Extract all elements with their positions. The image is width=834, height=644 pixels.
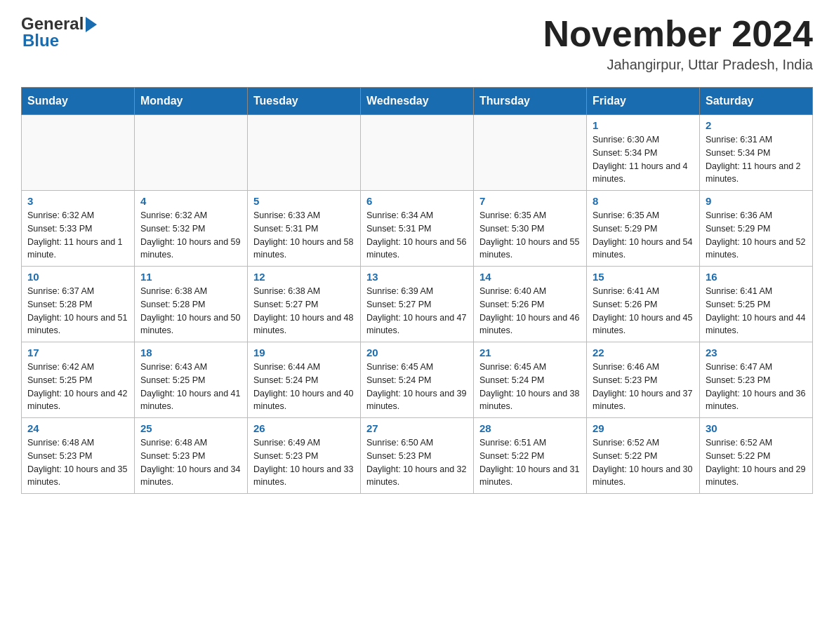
calendar-cell: 11Sunrise: 6:38 AMSunset: 5:28 PMDayligh… xyxy=(135,267,248,342)
page-header: General Blue November 2024 Jahangirpur, … xyxy=(21,14,813,73)
day-info: Sunrise: 6:52 AMSunset: 5:22 PMDaylight:… xyxy=(593,436,694,489)
calendar-cell: 7Sunrise: 6:35 AMSunset: 5:30 PMDaylight… xyxy=(474,191,587,267)
day-info: Sunrise: 6:41 AMSunset: 5:26 PMDaylight:… xyxy=(593,285,694,337)
day-number: 9 xyxy=(706,195,807,207)
day-info: Sunrise: 6:48 AMSunset: 5:23 PMDaylight:… xyxy=(27,436,128,489)
day-info: Sunrise: 6:44 AMSunset: 5:24 PMDaylight:… xyxy=(253,361,355,413)
day-number: 25 xyxy=(140,422,241,434)
calendar-cell: 17Sunrise: 6:42 AMSunset: 5:25 PMDayligh… xyxy=(22,342,135,418)
day-number: 1 xyxy=(593,119,694,131)
weekday-header-monday: Monday xyxy=(135,88,248,115)
day-number: 29 xyxy=(593,422,694,434)
day-number: 16 xyxy=(706,271,807,283)
calendar-cell: 25Sunrise: 6:48 AMSunset: 5:23 PMDayligh… xyxy=(135,418,248,494)
day-number: 13 xyxy=(366,271,468,283)
day-number: 3 xyxy=(27,195,128,207)
day-number: 17 xyxy=(27,347,128,358)
day-info: Sunrise: 6:32 AMSunset: 5:33 PMDaylight:… xyxy=(27,209,128,262)
weekday-header-saturday: Saturday xyxy=(700,88,813,115)
calendar-cell xyxy=(361,115,474,191)
logo-blue-text: Blue xyxy=(22,31,59,51)
calendar-cell: 5Sunrise: 6:33 AMSunset: 5:31 PMDaylight… xyxy=(248,191,361,267)
calendar-week-row: 17Sunrise: 6:42 AMSunset: 5:25 PMDayligh… xyxy=(22,342,813,418)
day-info: Sunrise: 6:33 AMSunset: 5:31 PMDaylight:… xyxy=(253,209,355,262)
day-info: Sunrise: 6:52 AMSunset: 5:22 PMDaylight:… xyxy=(706,436,807,489)
day-number: 19 xyxy=(253,347,355,358)
day-number: 21 xyxy=(479,347,581,358)
month-title: November 2024 xyxy=(543,14,813,54)
calendar-week-row: 10Sunrise: 6:37 AMSunset: 5:28 PMDayligh… xyxy=(22,267,813,342)
calendar-cell: 3Sunrise: 6:32 AMSunset: 5:33 PMDaylight… xyxy=(22,191,135,267)
day-info: Sunrise: 6:32 AMSunset: 5:32 PMDaylight:… xyxy=(140,209,241,262)
calendar-cell: 30Sunrise: 6:52 AMSunset: 5:22 PMDayligh… xyxy=(700,418,813,494)
logo: General Blue xyxy=(21,14,97,51)
day-info: Sunrise: 6:40 AMSunset: 5:26 PMDaylight:… xyxy=(479,285,581,337)
day-number: 7 xyxy=(479,195,581,207)
calendar-cell: 16Sunrise: 6:41 AMSunset: 5:25 PMDayligh… xyxy=(700,267,813,342)
day-info: Sunrise: 6:34 AMSunset: 5:31 PMDaylight:… xyxy=(366,209,468,262)
day-number: 26 xyxy=(253,422,355,434)
day-number: 23 xyxy=(706,347,807,358)
day-info: Sunrise: 6:41 AMSunset: 5:25 PMDaylight:… xyxy=(706,285,807,337)
logo-arrow-icon xyxy=(86,17,97,32)
day-info: Sunrise: 6:35 AMSunset: 5:30 PMDaylight:… xyxy=(479,209,581,262)
day-info: Sunrise: 6:43 AMSunset: 5:25 PMDaylight:… xyxy=(140,361,241,413)
calendar-cell: 23Sunrise: 6:47 AMSunset: 5:23 PMDayligh… xyxy=(700,342,813,418)
calendar-cell: 20Sunrise: 6:45 AMSunset: 5:24 PMDayligh… xyxy=(361,342,474,418)
calendar-cell xyxy=(135,115,248,191)
calendar-cell: 2Sunrise: 6:31 AMSunset: 5:34 PMDaylight… xyxy=(700,115,813,191)
day-number: 10 xyxy=(27,271,128,283)
weekday-header-sunday: Sunday xyxy=(22,88,135,115)
calendar-cell: 4Sunrise: 6:32 AMSunset: 5:32 PMDaylight… xyxy=(135,191,248,267)
day-number: 5 xyxy=(253,195,355,207)
day-info: Sunrise: 6:30 AMSunset: 5:34 PMDaylight:… xyxy=(593,133,694,186)
calendar-cell: 26Sunrise: 6:49 AMSunset: 5:23 PMDayligh… xyxy=(248,418,361,494)
day-number: 28 xyxy=(479,422,581,434)
day-info: Sunrise: 6:50 AMSunset: 5:23 PMDaylight:… xyxy=(366,436,468,489)
day-info: Sunrise: 6:38 AMSunset: 5:28 PMDaylight:… xyxy=(140,285,241,337)
day-info: Sunrise: 6:37 AMSunset: 5:28 PMDaylight:… xyxy=(27,285,128,337)
day-info: Sunrise: 6:42 AMSunset: 5:25 PMDaylight:… xyxy=(27,361,128,413)
calendar-cell: 12Sunrise: 6:38 AMSunset: 5:27 PMDayligh… xyxy=(248,267,361,342)
calendar-cell xyxy=(22,115,135,191)
calendar-cell: 28Sunrise: 6:51 AMSunset: 5:22 PMDayligh… xyxy=(474,418,587,494)
day-info: Sunrise: 6:51 AMSunset: 5:22 PMDaylight:… xyxy=(479,436,581,489)
calendar-cell xyxy=(474,115,587,191)
day-number: 30 xyxy=(706,422,807,434)
calendar-cell: 6Sunrise: 6:34 AMSunset: 5:31 PMDaylight… xyxy=(361,191,474,267)
day-info: Sunrise: 6:46 AMSunset: 5:23 PMDaylight:… xyxy=(593,361,694,413)
day-number: 15 xyxy=(593,271,694,283)
calendar-cell: 9Sunrise: 6:36 AMSunset: 5:29 PMDaylight… xyxy=(700,191,813,267)
day-info: Sunrise: 6:31 AMSunset: 5:34 PMDaylight:… xyxy=(706,133,807,186)
day-number: 2 xyxy=(706,119,807,131)
day-info: Sunrise: 6:47 AMSunset: 5:23 PMDaylight:… xyxy=(706,361,807,413)
day-number: 18 xyxy=(140,347,241,358)
day-number: 27 xyxy=(366,422,468,434)
day-info: Sunrise: 6:49 AMSunset: 5:23 PMDaylight:… xyxy=(253,436,355,489)
day-number: 11 xyxy=(140,271,241,283)
calendar-cell: 8Sunrise: 6:35 AMSunset: 5:29 PMDaylight… xyxy=(587,191,700,267)
calendar-table: SundayMondayTuesdayWednesdayThursdayFrid… xyxy=(21,87,813,494)
calendar-cell: 21Sunrise: 6:45 AMSunset: 5:24 PMDayligh… xyxy=(474,342,587,418)
day-info: Sunrise: 6:45 AMSunset: 5:24 PMDaylight:… xyxy=(479,361,581,413)
calendar-cell: 1Sunrise: 6:30 AMSunset: 5:34 PMDaylight… xyxy=(587,115,700,191)
calendar-cell: 13Sunrise: 6:39 AMSunset: 5:27 PMDayligh… xyxy=(361,267,474,342)
day-info: Sunrise: 6:35 AMSunset: 5:29 PMDaylight:… xyxy=(593,209,694,262)
calendar-cell: 14Sunrise: 6:40 AMSunset: 5:26 PMDayligh… xyxy=(474,267,587,342)
calendar-cell: 15Sunrise: 6:41 AMSunset: 5:26 PMDayligh… xyxy=(587,267,700,342)
calendar-cell: 10Sunrise: 6:37 AMSunset: 5:28 PMDayligh… xyxy=(22,267,135,342)
weekday-header-friday: Friday xyxy=(587,88,700,115)
day-number: 22 xyxy=(593,347,694,358)
day-number: 20 xyxy=(366,347,468,358)
day-info: Sunrise: 6:39 AMSunset: 5:27 PMDaylight:… xyxy=(366,285,468,337)
title-block: November 2024 Jahangirpur, Uttar Pradesh… xyxy=(543,14,813,73)
day-number: 24 xyxy=(27,422,128,434)
weekday-header-tuesday: Tuesday xyxy=(248,88,361,115)
calendar-cell: 22Sunrise: 6:46 AMSunset: 5:23 PMDayligh… xyxy=(587,342,700,418)
calendar-cell: 18Sunrise: 6:43 AMSunset: 5:25 PMDayligh… xyxy=(135,342,248,418)
weekday-header-thursday: Thursday xyxy=(474,88,587,115)
calendar-cell: 24Sunrise: 6:48 AMSunset: 5:23 PMDayligh… xyxy=(22,418,135,494)
calendar-week-row: 3Sunrise: 6:32 AMSunset: 5:33 PMDaylight… xyxy=(22,191,813,267)
calendar-cell xyxy=(248,115,361,191)
day-info: Sunrise: 6:38 AMSunset: 5:27 PMDaylight:… xyxy=(253,285,355,337)
